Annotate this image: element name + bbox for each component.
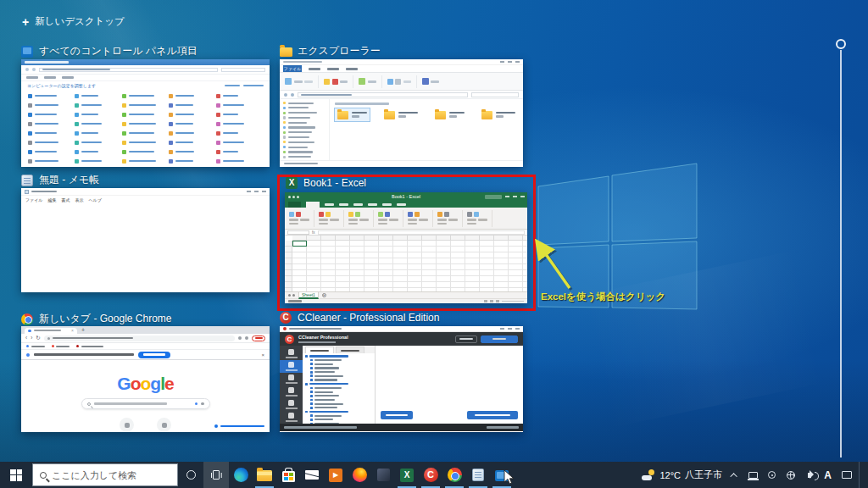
taskbar-control-panel[interactable] <box>490 462 514 488</box>
thumbnail-explorer[interactable]: ファイル <box>280 59 523 167</box>
search-input[interactable] <box>52 470 162 480</box>
cp-item <box>169 139 215 146</box>
fx-icon: fx <box>312 230 315 235</box>
show-desktop-button[interactable] <box>859 462 863 488</box>
taskbar-edge[interactable] <box>229 462 253 488</box>
cp-address-bar <box>21 65 270 75</box>
cp-item <box>75 111 121 118</box>
checkbox-icon <box>310 359 313 362</box>
explorer-folder-item[interactable] <box>335 108 370 121</box>
cp-item-label <box>223 123 244 125</box>
explorer-nav-item <box>283 151 326 153</box>
cp-item-label <box>81 104 102 107</box>
cp-item-icon <box>216 122 220 126</box>
tray-onedrive[interactable] <box>765 467 778 484</box>
taskbar-excel[interactable]: X <box>395 462 419 488</box>
tree-item <box>305 363 372 365</box>
explorer-folder-item[interactable] <box>479 108 518 121</box>
hidden-icons-chevron[interactable] <box>728 467 741 484</box>
thumbnail-notepad[interactable]: ファイル編集書式表示ヘルプ <box>21 188 270 292</box>
notepad-icon <box>21 175 33 186</box>
notepad-menu-item: 書式 <box>61 197 70 202</box>
tree-item <box>305 414 372 417</box>
tray-ime[interactable]: A <box>821 467 834 484</box>
thumbnail-control-panel[interactable]: コンピューターの設定を調整します <box>21 59 270 167</box>
notepad-menubar: ファイル編集書式表示ヘルプ <box>21 196 270 203</box>
explorer-folder-item[interactable] <box>381 108 420 121</box>
task-view-icon <box>211 470 222 480</box>
explorer-folder-item[interactable] <box>432 108 467 121</box>
camera-icon <box>201 402 204 406</box>
customize-link <box>214 424 264 428</box>
shortcut-icon <box>157 418 171 432</box>
sidebar-item <box>280 373 303 385</box>
cp-item-icon <box>75 94 79 98</box>
window-title-excel: X Book1 - Excel <box>286 177 366 189</box>
folder-icon <box>337 111 348 119</box>
cp-item <box>28 120 75 127</box>
thumbnail-chrome[interactable]: × + ‹ › ↻ × Google <box>21 326 270 432</box>
cp-item-icon <box>216 113 220 117</box>
taskbar-chrome[interactable] <box>442 462 466 488</box>
ccleaner-sidebar <box>280 346 303 424</box>
cp-item-icon <box>28 113 32 117</box>
taskbar-explorer[interactable] <box>253 462 276 488</box>
cp-item <box>28 139 75 146</box>
cp-item-label <box>223 160 244 163</box>
taskbar-movies[interactable]: ▶ <box>324 462 348 488</box>
thumbnail-excel[interactable]: Book1 - Excel fx Sheet1 + <box>285 192 527 303</box>
cp-item-icon <box>122 150 126 154</box>
notepad-mini-icon <box>25 190 29 194</box>
cortana-icon <box>186 470 196 480</box>
cp-item-icon <box>28 159 32 164</box>
taskbar-notepad[interactable] <box>466 462 490 488</box>
excel-ribbon <box>285 208 527 230</box>
ccleaner-main-area <box>376 346 523 424</box>
timeline-scrollbar-track[interactable] <box>840 50 842 458</box>
task-view-button[interactable] <box>203 462 229 488</box>
sidebar-item <box>280 398 303 411</box>
cp-item <box>169 102 215 108</box>
cp-item-label <box>81 123 102 125</box>
tray-touch-keyboard[interactable] <box>840 467 853 484</box>
taskbar-pinned-app[interactable] <box>371 462 395 488</box>
taskbar-search[interactable] <box>32 463 178 486</box>
cp-item-icon <box>122 141 126 145</box>
cp-item <box>216 102 263 108</box>
cp-item-label <box>129 114 154 116</box>
ribbon-group <box>378 210 403 227</box>
tray-volume[interactable] <box>803 467 815 484</box>
checkbox-icon <box>305 383 308 385</box>
ribbon-group <box>348 210 374 227</box>
chrome-active-tab: × <box>25 328 77 335</box>
laptop-icon <box>748 472 758 479</box>
tree-item <box>305 399 372 402</box>
back-icon: ‹ <box>25 334 27 342</box>
cp-item <box>169 158 215 164</box>
taskbar-mail[interactable] <box>300 462 324 488</box>
tray-weather[interactable]: 12°C 八王子市 <box>642 469 722 481</box>
extension-icon <box>238 336 242 340</box>
windows-logo-watermark <box>534 163 698 312</box>
start-button[interactable] <box>0 462 32 488</box>
google-logo-letter: e <box>164 374 174 393</box>
cp-item <box>122 111 169 118</box>
cp-item-label <box>35 95 57 97</box>
cp-item-icon <box>75 122 79 126</box>
tray-device[interactable] <box>747 467 760 484</box>
excel-sheet-area <box>285 236 527 291</box>
timeline-scrollbar-knob[interactable] <box>836 39 846 49</box>
taskbar-ccleaner[interactable]: C <box>419 462 442 488</box>
thumbnail-ccleaner[interactable]: C CCleaner Professional <box>280 326 523 432</box>
tree-section <box>305 411 372 413</box>
cp-item-label <box>35 123 58 125</box>
new-desktop-button[interactable]: + 新しいデスクトップ <box>22 15 125 28</box>
cp-item-icon <box>169 131 173 136</box>
taskbar-firefox[interactable] <box>348 462 371 488</box>
plus-icon: + <box>22 18 29 26</box>
taskbar-store[interactable] <box>276 462 300 488</box>
cortana-button[interactable] <box>178 462 203 488</box>
tray-network[interactable] <box>784 467 797 484</box>
pencil-icon <box>214 424 218 428</box>
info-icon <box>26 353 30 357</box>
